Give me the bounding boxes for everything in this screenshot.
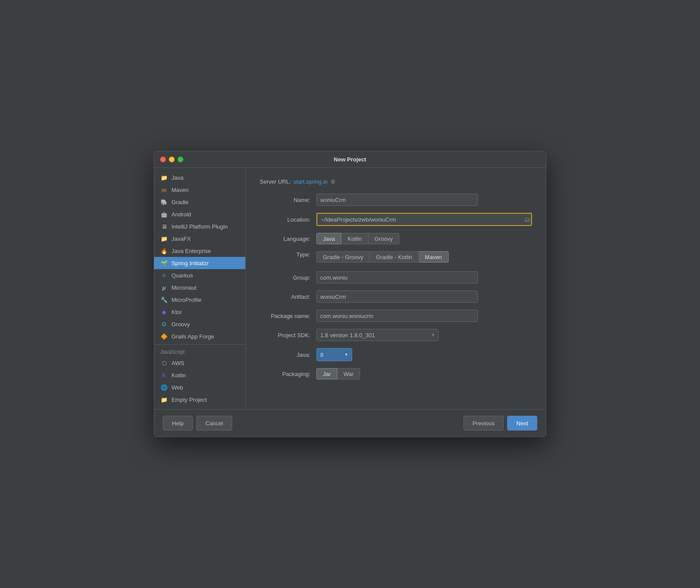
sidebar-item-javafx[interactable]: 📁 JavaFX — [154, 232, 245, 245]
group-input[interactable] — [316, 271, 478, 284]
intellij-icon: 🖥 — [160, 222, 168, 230]
location-label: Location: — [260, 216, 316, 223]
artifact-input[interactable] — [316, 291, 478, 303]
window-title: New Project — [334, 156, 366, 163]
sidebar-item-groovy[interactable]: G Groovy — [154, 318, 245, 330]
sidebar-item-empty[interactable]: 📁 Empty Project — [154, 393, 245, 406]
sidebar-item-gradle[interactable]: 🐘 Gradle — [154, 196, 245, 208]
java-enterprise-icon: 🔥 — [160, 247, 168, 255]
sidebar-item-kotlin[interactable]: K Kotlin — [154, 369, 245, 381]
previous-button[interactable]: Previous — [463, 416, 504, 431]
language-java-btn[interactable]: Java — [316, 233, 341, 244]
server-url-link[interactable]: start.spring.io — [294, 178, 328, 185]
java-label: Java: — [260, 352, 316, 358]
aws-icon: ⬡ — [160, 359, 168, 367]
name-label: Name: — [260, 197, 316, 203]
java-version-dropdown[interactable]: 8 — [317, 349, 352, 361]
location-row: Location: 🗂 — [260, 213, 532, 226]
project-sdk-dropdown-wrapper: 1.8 version 1.8.0_301 — [316, 329, 439, 341]
java-dropdown-wrapper: 8 — [316, 348, 352, 361]
next-button[interactable]: Next — [507, 416, 537, 431]
group-row: Group: — [260, 271, 532, 284]
sidebar-item-microprofile[interactable]: 🔧 MicroProfile — [154, 294, 245, 306]
sidebar: 📁 Java m Maven 🐘 Gradle 🤖 Android 🖥 Inte… — [154, 168, 246, 409]
sidebar-item-maven[interactable]: m Maven — [154, 184, 245, 196]
help-button[interactable]: Help — [163, 416, 193, 431]
language-groovy-btn[interactable]: Groovy — [368, 233, 399, 244]
kotlin-icon: K — [160, 371, 168, 379]
sidebar-item-web[interactable]: 🌐 Web — [154, 381, 245, 393]
window-controls — [160, 157, 183, 162]
grails-icon: 🔶 — [160, 332, 168, 340]
type-row: Type: Gradle - Groovy Gradle - Kotlin Ma… — [260, 251, 532, 263]
type-maven-btn[interactable]: Maven — [419, 251, 449, 263]
language-label: Language: — [260, 236, 316, 242]
sidebar-item-quarkus[interactable]: ⚛ Quarkus — [154, 269, 245, 281]
group-label: Group: — [260, 274, 316, 281]
type-label: Type: — [260, 251, 316, 258]
sidebar-item-spring[interactable]: 🌱 Spring Initializr — [154, 257, 245, 269]
micronaut-icon: μ — [160, 284, 168, 291]
java-row: Java: 8 — [260, 348, 532, 361]
packaging-war-btn[interactable]: War — [337, 368, 360, 379]
sidebar-item-intellij[interactable]: 🖥 IntelliJ Platform Plugin — [154, 220, 245, 232]
package-name-input[interactable] — [316, 310, 478, 322]
quarkus-icon: ⚛ — [160, 271, 168, 279]
javascript-section-label: JavaScript — [154, 346, 245, 357]
name-input[interactable] — [316, 194, 478, 206]
minimize-button[interactable] — [169, 157, 175, 162]
packaging-row: Packaging: Jar War — [260, 368, 532, 379]
gradle-icon: 🐘 — [160, 198, 168, 206]
maximize-button[interactable] — [178, 157, 183, 162]
sidebar-item-grails[interactable]: 🔶 Grails App Forge — [154, 330, 245, 342]
language-row: Language: Java Kotlin Groovy — [260, 233, 532, 244]
packaging-jar-btn[interactable]: Jar — [316, 368, 337, 379]
titlebar: New Project — [154, 151, 546, 168]
spring-icon: 🌱 — [160, 259, 168, 267]
groovy-icon: G — [160, 320, 168, 328]
new-project-dialog: New Project 📁 Java m Maven 🐘 Gradle 🤖 An… — [154, 151, 546, 437]
footer-right-buttons: Previous Next — [463, 416, 537, 431]
type-gradle-groovy-btn[interactable]: Gradle - Groovy — [316, 251, 370, 263]
sidebar-item-android[interactable]: 🤖 Android — [154, 208, 245, 220]
server-url-label: Server URL: — [260, 178, 291, 185]
project-sdk-label: Project SDK: — [260, 332, 316, 338]
footer-left-buttons: Help Cancel — [163, 416, 232, 431]
sidebar-divider — [154, 344, 245, 345]
cancel-button[interactable]: Cancel — [196, 416, 232, 431]
packaging-toggle-group: Jar War — [316, 368, 360, 379]
web-icon: 🌐 — [160, 383, 168, 391]
type-toggle-group: Gradle - Groovy Gradle - Kotlin Maven — [316, 251, 449, 263]
android-icon: 🤖 — [160, 210, 168, 218]
javafx-icon: 📁 — [160, 235, 168, 243]
type-options: Gradle - Groovy Gradle - Kotlin Maven — [316, 251, 449, 263]
empty-icon: 📁 — [160, 396, 168, 403]
package-name-row: Package name: — [260, 310, 532, 322]
ktor-icon: ◆ — [160, 308, 168, 316]
artifact-row: Artifact: — [260, 291, 532, 303]
type-gradle-kotlin-btn[interactable]: Gradle - Kotlin — [370, 251, 419, 263]
microprofile-icon: 🔧 — [160, 296, 168, 304]
project-sdk-row: Project SDK: 1.8 version 1.8.0_301 — [260, 329, 532, 341]
close-button[interactable] — [160, 157, 166, 162]
java-icon: 📁 — [160, 174, 168, 181]
sidebar-item-java[interactable]: 📁 Java — [154, 171, 245, 184]
packaging-label: Packaging: — [260, 371, 316, 377]
server-url-row: Server URL: start.spring.io ⚙ — [260, 178, 532, 185]
sidebar-item-ktor[interactable]: ◆ Ktor — [154, 306, 245, 318]
language-toggle-group: Java Kotlin Groovy — [316, 233, 399, 244]
browse-button[interactable]: 🗂 — [524, 216, 530, 223]
language-kotlin-btn[interactable]: Kotlin — [341, 233, 368, 244]
project-sdk-dropdown[interactable]: 1.8 version 1.8.0_301 — [316, 329, 439, 341]
location-input[interactable] — [316, 213, 532, 226]
name-row: Name: — [260, 194, 532, 206]
sidebar-item-aws[interactable]: ⬡ AWS — [154, 357, 245, 369]
artifact-label: Artifact: — [260, 294, 316, 300]
package-name-label: Package name: — [260, 313, 316, 319]
content-area: 📁 Java m Maven 🐘 Gradle 🤖 Android 🖥 Inte… — [154, 168, 546, 409]
location-wrapper: 🗂 — [316, 213, 532, 226]
sidebar-item-micronaut[interactable]: μ Micronaut — [154, 281, 245, 294]
maven-icon: m — [160, 186, 168, 194]
settings-icon[interactable]: ⚙ — [330, 178, 336, 185]
sidebar-item-java-enterprise[interactable]: 🔥 Java Enterprise — [154, 245, 245, 257]
